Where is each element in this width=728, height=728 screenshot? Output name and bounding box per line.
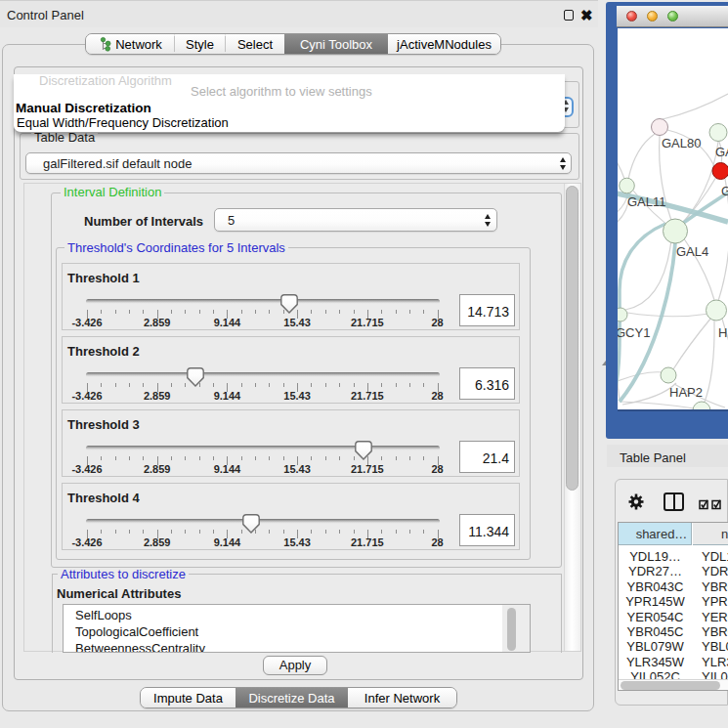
- svg-text:GAL80: GAL80: [662, 136, 701, 150]
- svg-text:H: H: [718, 325, 727, 340]
- svg-text:HAP2: HAP2: [669, 385, 703, 400]
- svg-text:GA: GA: [715, 145, 728, 159]
- svg-text:GCY1: GCY1: [618, 325, 650, 340]
- svg-text:G: G: [721, 184, 728, 198]
- svg-text:GAL4: GAL4: [676, 244, 708, 259]
- svg-text:GAL11: GAL11: [627, 194, 666, 209]
